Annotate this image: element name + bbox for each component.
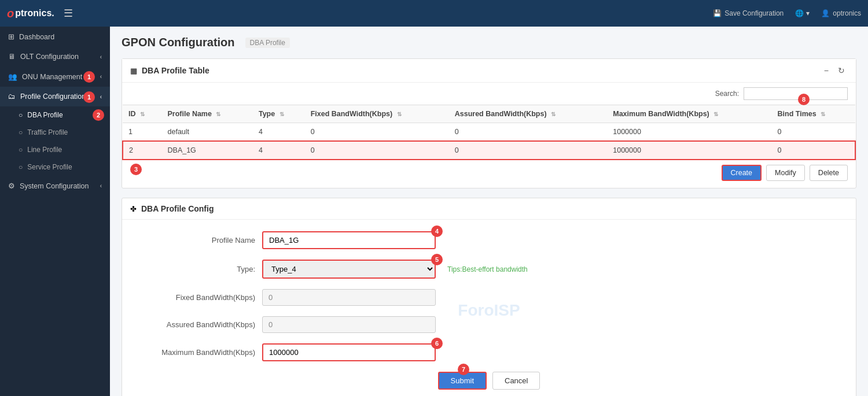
type-label: Type: [139, 265, 255, 273]
fixed-bw-label: Fixed BandWidth(Kbps) [139, 293, 255, 302]
fixed-bw-input[interactable] [262, 289, 436, 306]
create-button[interactable]: Create [722, 165, 762, 181]
action-bar: Create Modify Delete 3 8 [122, 160, 856, 188]
page-title: GPON Configuration [122, 36, 235, 49]
delete-button[interactable]: Delete [810, 165, 848, 181]
max-bw-input[interactable] [262, 343, 436, 361]
cell-bind-times: 0 [772, 141, 855, 160]
chevron-left-icon: ‹ [100, 94, 102, 100]
table-card-title: DBA Profile Table [142, 66, 816, 75]
sidebar: ⊞ Dashboard 🖥 OLT Configuration ‹ 👥 ONU … [0, 27, 110, 396]
assured-bw-input[interactable] [262, 316, 436, 333]
form-section-title: DBA Profile Config [141, 204, 214, 213]
cell-fixed-bw: 0 [305, 123, 449, 142]
sidebar-item-system-config[interactable]: ⚙ System Configuration ‹ [0, 176, 110, 196]
profile-name-input[interactable] [262, 231, 436, 249]
badge-profile: 1 [83, 91, 95, 103]
table-card-header: ▦ DBA Profile Table − ↻ [122, 59, 856, 83]
form-section-header: ✤ DBA Profile Config [122, 198, 856, 220]
badge-3: 3 [130, 164, 142, 175]
cell-type: 4 [253, 123, 305, 142]
sidebar-sub-item-line-profile[interactable]: ○ Line Profile [0, 141, 110, 158]
badge-6: 6 [431, 338, 443, 349]
badge-8: 8 [798, 94, 810, 105]
sidebar-item-olt-config[interactable]: 🖥 OLT Configuration ‹ [0, 47, 110, 66]
user-label: optronics [833, 9, 861, 17]
dba-profile-table: ID ⇅ Profile Name ⇅ Type ⇅ Fixed BandWid… [122, 105, 856, 160]
circle-icon: ○ [19, 111, 23, 119]
table-toolbar: Search: [122, 83, 856, 105]
save-configuration-button[interactable]: 💾 Save Configuration [713, 9, 784, 17]
dba-profile-form-card: ✤ DBA Profile Config ForoISP Profile Nam… [122, 198, 856, 396]
type-select[interactable]: Type_1 Type_2 Type_3 Type_4 Type_5 [262, 260, 436, 279]
modify-button[interactable]: Modify [766, 165, 805, 181]
sidebar-sub-item-dba-profile[interactable]: ○ DBA Profile 2 [0, 106, 110, 124]
sidebar-item-dashboard[interactable]: ⊞ Dashboard [0, 27, 110, 47]
type-tip: Tips:Best-effort bandwidth [447, 265, 528, 273]
chevron-left-icon: ‹ [100, 73, 102, 80]
sidebar-sub-label: DBA Profile [27, 111, 62, 119]
content-area: GPON Configuration DBA Profile ▦ DBA Pro… [110, 27, 868, 396]
logo-text: ptronics. [15, 8, 54, 18]
chevron-left-icon: ‹ [100, 183, 102, 189]
sidebar-item-label: OLT Configuration [20, 53, 79, 61]
chevron-left-icon: ‹ [100, 54, 102, 60]
hamburger-icon[interactable]: ☰ [64, 7, 73, 20]
profile-icon: 🗂 [8, 92, 16, 101]
olt-icon: 🖥 [8, 53, 16, 61]
sidebar-sub-item-service-profile[interactable]: ○ Service Profile [0, 158, 110, 176]
badge-1: 1 [83, 71, 95, 83]
cell-id: 2 [123, 141, 162, 160]
assured-bw-label: Assured BandWidth(Kbps) [139, 320, 255, 329]
sidebar-sub-label: Service Profile [27, 163, 72, 171]
logo-icon: o [7, 7, 14, 20]
form-actions: Submit Cancel 7 [139, 372, 838, 390]
form-row-profile-name: Profile Name 4 [139, 231, 838, 249]
col-id: ID ⇅ [123, 105, 162, 123]
badge-7: 7 [458, 364, 469, 375]
circle-icon: ○ [19, 163, 23, 171]
globe-button[interactable]: 🌐 ▾ [795, 9, 810, 17]
sidebar-item-label: Profile Configuration [20, 92, 86, 101]
sidebar-item-label: Dashboard [19, 33, 54, 41]
cell-assured-bw: 0 [449, 123, 608, 142]
table-icon: ▦ [130, 66, 137, 75]
dba-profile-table-card: ▦ DBA Profile Table − ↻ Search: ID ⇅ Pro… [122, 58, 856, 188]
gear-icon: ⚙ [8, 182, 15, 190]
form-row-assured-bw: Assured BandWidth(Kbps) [139, 316, 838, 333]
cell-fixed-bw: 0 [305, 141, 449, 160]
sidebar-item-label: ONU Management [22, 73, 82, 81]
topnav-right: 💾 Save Configuration 🌐 ▾ 👤 optronics [713, 9, 861, 17]
col-max-bw: Maximum BandWidth(Kbps) ⇅ [607, 105, 771, 123]
col-type: Type ⇅ [253, 105, 305, 123]
refresh-button[interactable]: ↻ [835, 65, 848, 76]
page-breadcrumb: DBA Profile [245, 38, 290, 48]
sidebar-item-profile-config[interactable]: 🗂 Profile Configuration ‹ 1 [0, 87, 110, 106]
minimize-button[interactable]: − [821, 65, 832, 76]
search-input[interactable] [744, 87, 848, 100]
cell-type: 4 [253, 141, 305, 160]
circle-icon: ○ [19, 146, 23, 154]
col-assured-bw: Assured BandWidth(Kbps) ⇅ [449, 105, 608, 123]
sidebar-item-onu-mgmt[interactable]: 👥 ONU Management ‹ 1 [0, 66, 110, 87]
card-header-actions: − ↻ [821, 65, 848, 76]
table-row[interactable]: 1 default 4 0 0 1000000 0 [123, 123, 855, 142]
cancel-button[interactable]: Cancel [492, 372, 540, 390]
badge-4: 4 [431, 225, 443, 237]
col-fixed-bw: Fixed BandWidth(Kbps) ⇅ [305, 105, 449, 123]
cell-bind-times: 0 [772, 123, 855, 142]
user-menu-button[interactable]: 👤 optronics [821, 9, 861, 17]
cell-assured-bw: 0 [449, 141, 608, 160]
form-body: ForoISP Profile Name 4 Type: Type_1 Type… [122, 220, 856, 396]
onu-icon: 👥 [8, 72, 17, 81]
table-row[interactable]: 2 DBA_1G 4 0 0 1000000 0 [123, 141, 855, 160]
sidebar-sub-label: Traffic Profile [27, 128, 68, 136]
form-row-max-bw: Maximum BandWidth(Kbps) 6 [139, 343, 838, 361]
topnav: o ptronics. ☰ 💾 Save Configuration 🌐 ▾ 👤… [0, 0, 868, 27]
cell-profile-name: default [162, 123, 253, 142]
sidebar-sub-item-traffic-profile[interactable]: ○ Traffic Profile [0, 124, 110, 141]
max-bw-label: Maximum BandWidth(Kbps) [139, 348, 255, 357]
cell-profile-name: DBA_1G [162, 141, 253, 160]
search-label: Search: [715, 90, 739, 98]
badge-2: 2 [93, 109, 104, 121]
